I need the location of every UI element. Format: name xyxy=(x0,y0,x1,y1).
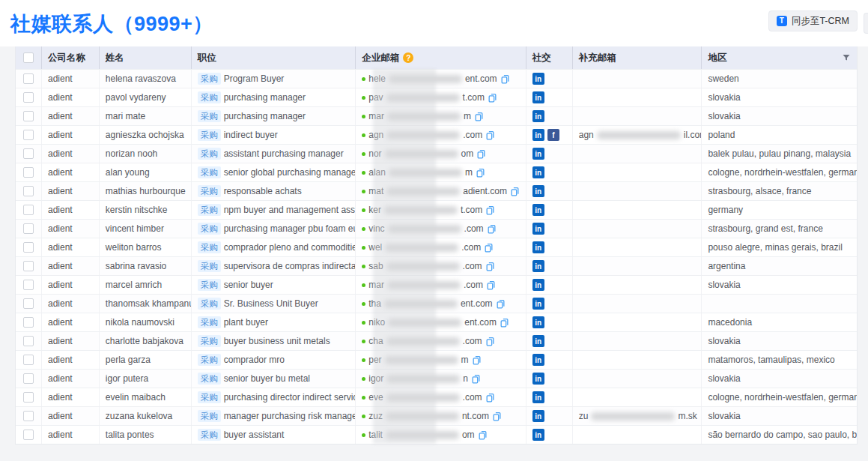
position-text: senior global purchasing manager xyxy=(224,167,356,178)
contact-name: talita pontes xyxy=(106,430,154,440)
cell-name: mari mate xyxy=(100,107,192,125)
linkedin-icon[interactable]: in xyxy=(532,166,544,178)
email-suffix: .com xyxy=(464,280,483,290)
cell-checkbox xyxy=(16,407,42,425)
linkedin-icon[interactable]: in xyxy=(532,391,544,403)
linkedin-icon[interactable]: in xyxy=(532,73,544,85)
copy-icon[interactable] xyxy=(472,355,482,365)
row-checkbox[interactable] xyxy=(23,430,34,440)
copy-icon[interactable] xyxy=(500,318,509,328)
copy-icon[interactable] xyxy=(486,280,496,290)
copy-icon[interactable] xyxy=(496,299,506,309)
copy-icon[interactable] xyxy=(476,149,486,159)
facebook-icon[interactable]: f xyxy=(547,129,559,141)
cell-checkbox xyxy=(16,220,42,238)
email-suffix: om xyxy=(462,430,475,440)
table-row: adient mari mate 采购 purchasing manager m… xyxy=(16,106,857,125)
copy-icon[interactable] xyxy=(500,74,510,84)
select-all-checkbox[interactable] xyxy=(23,52,34,63)
linkedin-icon[interactable]: in xyxy=(532,373,544,385)
company-name: adient xyxy=(48,261,73,271)
help-icon[interactable]: ? xyxy=(403,52,413,63)
linkedin-icon[interactable]: in xyxy=(532,129,544,141)
row-checkbox[interactable] xyxy=(23,392,34,403)
row-checkbox[interactable] xyxy=(23,148,34,159)
email-suffix: ent.com xyxy=(461,298,493,309)
row-checkbox[interactable] xyxy=(23,242,34,253)
copy-icon[interactable] xyxy=(510,187,520,196)
cell-extra-email xyxy=(573,388,702,406)
procurement-tag: 采购 xyxy=(198,241,221,253)
cell-extra-email xyxy=(573,351,702,369)
linkedin-icon[interactable]: in xyxy=(532,260,544,272)
linkedin-icon[interactable]: in xyxy=(532,204,544,216)
row-checkbox[interactable] xyxy=(23,130,34,140)
linkedin-icon[interactable]: in xyxy=(532,110,544,122)
cell-email: nor om xyxy=(356,145,526,163)
linkedin-icon[interactable]: in xyxy=(532,335,544,347)
cell-email: alan m xyxy=(356,163,526,181)
copy-icon[interactable] xyxy=(485,205,495,215)
copy-icon[interactable] xyxy=(484,243,494,253)
copy-icon[interactable] xyxy=(485,130,495,140)
linkedin-icon[interactable]: in xyxy=(532,185,544,197)
copy-icon[interactable] xyxy=(492,412,502,421)
linkedin-icon[interactable]: in xyxy=(532,223,544,235)
copy-icon[interactable] xyxy=(488,93,497,103)
copy-icon[interactable] xyxy=(485,262,495,271)
row-checkbox[interactable] xyxy=(23,167,34,178)
clipped-edge-button[interactable] xyxy=(864,13,868,34)
row-checkbox[interactable] xyxy=(23,223,34,234)
filter-icon[interactable] xyxy=(842,53,851,62)
row-checkbox[interactable] xyxy=(23,280,34,290)
linkedin-icon[interactable]: in xyxy=(532,410,544,422)
cell-extra-email xyxy=(573,145,702,163)
row-checkbox[interactable] xyxy=(23,205,34,215)
sync-button-label: 同步至T-CRM xyxy=(792,15,849,28)
row-checkbox[interactable] xyxy=(23,336,34,346)
linkedin-icon[interactable]: in xyxy=(532,241,544,253)
cell-region: cologne, nordrhein-westfalen, germany xyxy=(702,388,857,406)
cell-name: weliton barros xyxy=(100,238,192,256)
email-prefix: tha xyxy=(368,298,381,309)
copy-icon[interactable] xyxy=(474,112,484,121)
region-text: strasbourg, alsace, france xyxy=(708,186,811,196)
position-text: senior buyer xyxy=(224,280,273,290)
row-checkbox[interactable] xyxy=(23,111,34,121)
verified-dot-icon xyxy=(362,115,365,118)
copy-icon[interactable] xyxy=(485,337,495,346)
header-cell-region: 地区 xyxy=(702,46,857,69)
linkedin-icon[interactable]: in xyxy=(532,298,544,310)
cell-email: talit om xyxy=(356,426,526,444)
row-checkbox[interactable] xyxy=(23,261,34,271)
copy-icon[interactable] xyxy=(471,374,481,384)
region-text: sweden xyxy=(708,73,738,84)
contact-name: vincent himber xyxy=(106,223,164,234)
copy-icon[interactable] xyxy=(476,168,485,178)
sync-to-tcrm-button[interactable]: T 同步至T-CRM xyxy=(768,10,858,31)
linkedin-icon[interactable]: in xyxy=(532,91,544,103)
linkedin-icon[interactable]: in xyxy=(532,148,544,160)
linkedin-icon[interactable]: in xyxy=(532,279,544,291)
row-checkbox[interactable] xyxy=(23,298,34,309)
copy-icon[interactable] xyxy=(485,393,495,403)
company-name: adient xyxy=(48,130,73,140)
row-checkbox[interactable] xyxy=(23,411,34,421)
copy-icon[interactable] xyxy=(478,430,488,440)
linkedin-icon[interactable]: in xyxy=(532,316,544,328)
copy-icon[interactable] xyxy=(487,224,497,234)
row-checkbox[interactable] xyxy=(23,73,34,84)
row-checkbox[interactable] xyxy=(23,355,34,365)
procurement-tag: 采购 xyxy=(198,260,221,272)
linkedin-icon[interactable]: in xyxy=(532,429,544,441)
row-checkbox[interactable] xyxy=(23,92,34,103)
linkedin-icon[interactable]: in xyxy=(532,354,544,366)
company-name: adient xyxy=(48,186,73,196)
row-checkbox[interactable] xyxy=(23,186,34,196)
email-prefix: alan xyxy=(368,167,386,178)
col-label-position: 职位 xyxy=(198,52,216,64)
col-label-email: 企业邮箱 xyxy=(362,52,399,64)
row-checkbox[interactable] xyxy=(23,373,34,384)
row-checkbox[interactable] xyxy=(23,317,34,328)
cell-position: 采购 comprador pleno and commodities xyxy=(192,238,356,256)
